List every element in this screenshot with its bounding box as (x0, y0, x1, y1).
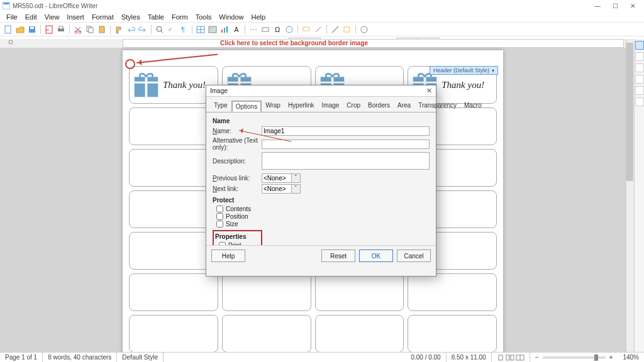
cut-icon[interactable] (72, 24, 84, 35)
menu-edit[interactable]: Edit (21, 13, 41, 21)
multi-page-icon (506, 354, 514, 361)
svg-text:P: P (47, 28, 49, 32)
save-icon[interactable] (26, 24, 38, 35)
svg-rect-26 (344, 27, 350, 32)
tab-area[interactable]: Area (394, 100, 414, 112)
sidebar-tab-styles[interactable] (635, 52, 644, 61)
pagebreak-icon[interactable] (248, 24, 259, 35)
tab-type[interactable]: Type (210, 100, 231, 112)
sidebar-tab-navigator[interactable] (635, 75, 644, 84)
menu-styles[interactable]: Styles (118, 13, 144, 21)
window-maximize[interactable]: ☐ (606, 0, 624, 11)
tab-options[interactable]: Options (231, 101, 262, 112)
svg-rect-54 (145, 77, 148, 97)
next-link-combo[interactable] (262, 184, 292, 194)
copy-icon[interactable] (84, 24, 96, 35)
menu-tools[interactable]: Tools (192, 13, 216, 21)
tab-hyperlink[interactable]: Hyperlink (284, 100, 318, 112)
annotation-text: Click here to select the background bord… (220, 40, 368, 47)
spellcheck-icon[interactable]: ✓ (166, 24, 177, 35)
dropdown-icon[interactable]: ˅ (292, 173, 301, 183)
thank-text: Thank you! (163, 80, 206, 90)
zoom-control[interactable]: −+ (530, 353, 618, 362)
menu-form[interactable]: Form (168, 13, 192, 21)
dialog-close-icon[interactable]: ✕ (426, 87, 432, 95)
menubar: File Edit View Insert Format Styles Tabl… (0, 11, 644, 23)
print-icon[interactable] (55, 24, 67, 35)
open-icon[interactable] (14, 24, 26, 35)
hyperlink-icon[interactable] (284, 24, 295, 35)
desc-input[interactable] (262, 152, 430, 170)
status-words[interactable]: 8 words, 40 characters (43, 353, 117, 362)
label-card-empty (129, 273, 218, 311)
menu-window[interactable]: Window (215, 13, 247, 21)
svg-rect-63 (320, 81, 344, 83)
dialog-titlebar[interactable]: Image ✕ (206, 85, 436, 97)
chart-icon[interactable] (219, 24, 230, 35)
standard-toolbar: P ✓ ¶ A Ω (0, 23, 644, 36)
sidebar-tab-style-inspector[interactable] (635, 97, 644, 106)
label-card: Thank you! (129, 66, 218, 104)
menu-view[interactable]: View (41, 13, 64, 21)
protect-contents-check[interactable] (216, 206, 223, 212)
statusbar: Page 1 of 1 8 words, 40 characters Defau… (0, 352, 644, 362)
label-card-empty (129, 149, 218, 187)
menu-table[interactable]: Table (144, 13, 168, 21)
reset-button[interactable]: Reset (321, 250, 355, 262)
find-icon[interactable] (154, 24, 165, 35)
dropdown-icon[interactable]: ˅ (292, 184, 301, 194)
sidebar-tab-properties[interactable] (635, 41, 644, 50)
prev-link-combo[interactable] (262, 173, 292, 183)
protect-size-check[interactable] (216, 221, 223, 228)
name-input[interactable] (262, 126, 430, 136)
svg-rect-20 (221, 30, 223, 33)
window-minimize[interactable]: — (589, 0, 606, 11)
header-indicator[interactable]: Header (Default Style) (430, 66, 498, 75)
sidebar-tab-gallery[interactable] (635, 63, 644, 72)
image-icon[interactable] (207, 24, 218, 35)
svg-rect-1 (4, 3, 9, 4)
textbox-icon[interactable]: A (231, 24, 242, 35)
trackchanges-icon[interactable] (313, 24, 324, 35)
status-style[interactable]: Default Style (117, 353, 164, 362)
status-page[interactable]: Page 1 of 1 (0, 353, 43, 362)
status-viewlayout[interactable] (492, 353, 530, 362)
shapes-icon[interactable] (341, 24, 353, 35)
tab-image[interactable]: Image (318, 100, 343, 112)
window-title: MR550.odt - LibreOffice Writer (13, 3, 97, 9)
status-zoom[interactable]: 140% (618, 353, 644, 362)
export-pdf-icon[interactable]: P (43, 24, 55, 35)
paste-icon[interactable] (96, 24, 108, 35)
comment-icon[interactable] (301, 24, 312, 35)
table-icon[interactable] (195, 24, 206, 35)
window-close[interactable]: ✕ (624, 0, 641, 11)
undo-icon[interactable] (125, 24, 136, 35)
menu-help[interactable]: Help (247, 13, 269, 21)
tab-wrap[interactable]: Wrap (262, 100, 284, 112)
tab-borders[interactable]: Borders (364, 100, 394, 112)
menu-format[interactable]: Format (88, 13, 118, 21)
tab-transparency[interactable]: Transparency (414, 100, 460, 112)
help-button[interactable]: Help (211, 250, 245, 262)
ok-button[interactable]: OK (359, 250, 393, 262)
vertical-scrollbar[interactable] (626, 39, 634, 352)
draw-icon[interactable] (358, 24, 370, 35)
sidebar-tab-page[interactable] (635, 86, 644, 95)
line-icon[interactable] (330, 24, 341, 35)
zoom-slider[interactable] (543, 356, 606, 359)
protect-position-check[interactable] (216, 213, 223, 220)
cancel-button[interactable]: Cancel (397, 250, 431, 262)
next-link-label: Next link: (213, 185, 262, 192)
svg-text:¶: ¶ (181, 26, 185, 33)
svg-rect-69 (506, 355, 509, 360)
redo-icon[interactable] (137, 24, 148, 35)
clone-format-icon[interactable] (113, 24, 125, 35)
specialchar-icon[interactable]: Ω (272, 24, 283, 35)
menu-insert[interactable]: Insert (63, 13, 88, 21)
tab-macro[interactable]: Macro (460, 100, 486, 112)
menu-file[interactable]: File (3, 13, 21, 21)
field-icon[interactable] (260, 24, 271, 35)
tab-crop[interactable]: Crop (343, 100, 364, 112)
nonprint-icon[interactable]: ¶ (178, 24, 189, 35)
new-icon[interactable] (3, 24, 14, 35)
